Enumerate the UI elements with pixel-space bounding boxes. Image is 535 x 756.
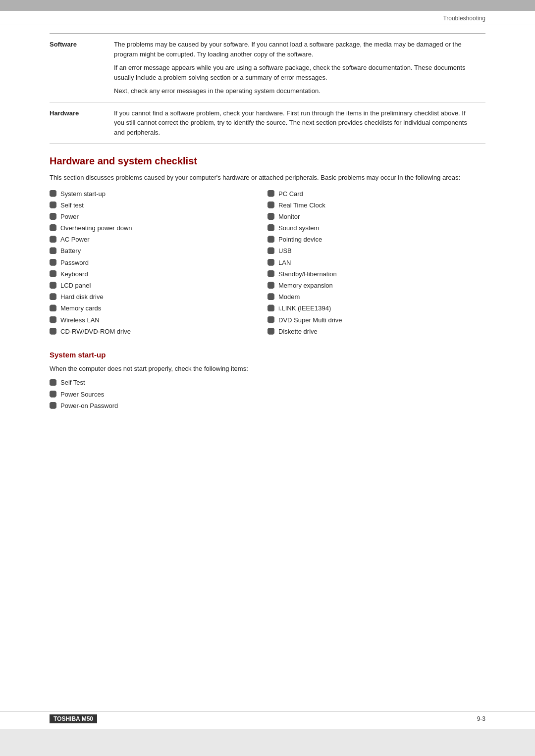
list-item: PC Card [268,190,485,199]
checklist-item-label: USB [278,247,292,255]
list-item: Self Test [50,378,485,387]
checklist-container: System start-up Self test Power Overheat… [50,190,485,339]
list-item: Password [50,258,268,267]
list-item: Battery [50,247,268,255]
software-row: Software The problems may be caused by y… [50,34,485,102]
bullet-icon [268,236,274,243]
list-item: LAN [268,258,485,267]
bullet-icon [268,259,274,266]
checklist-item-label: Pointing device [278,235,322,244]
bullet-icon [50,270,56,277]
bullet-icon [50,259,56,266]
page-container: Troubleshooting Software The problems ma… [0,0,535,756]
system-startup-title: System start-up [50,351,485,359]
system-startup-intro: When the computer does not start properl… [50,364,485,374]
list-item: Diskette drive [268,327,485,336]
checklist-item-label: Hard disk drive [60,293,104,302]
footer-page: 9-3 [477,715,485,722]
list-item: System start-up [50,190,268,199]
list-item: Standby/Hibernation [268,270,485,279]
bullet-icon [268,328,274,335]
checklist-item-label: Battery [60,247,81,255]
checklist-item-label: PC Card [278,190,303,199]
checklist-item-label: Password [60,258,89,267]
bullet-icon [268,202,274,208]
bullet-icon [268,282,274,289]
bullet-icon [50,379,56,386]
bullet-icon [50,304,56,311]
list-item: Hard disk drive [50,293,268,302]
bullet-icon [50,190,56,197]
footer-brand: TOSHIBA M50 [50,714,97,723]
hardware-description: If you cannot find a software problem, c… [114,102,485,144]
list-item: Overheating power down [50,224,268,233]
startup-list: Self Test Power Sources Power-on Passwor… [50,378,485,410]
hardware-row: Hardware If you cannot find a software p… [50,102,485,144]
checklist-item-label: LAN [278,258,291,267]
software-description: The problems may be caused by your softw… [114,34,485,102]
main-content: Software The problems may be caused by y… [0,33,535,410]
hardware-checklist-intro: This section discusses problems caused b… [50,173,485,183]
list-item: Memory cards [50,304,268,313]
bullet-icon [268,293,274,300]
checklist-item-label: Modem [278,293,300,302]
bullet-icon [268,190,274,197]
bullet-icon [268,213,274,220]
list-item: Monitor [268,212,485,221]
bullet-icon [50,402,56,409]
checklist-item-label: Monitor [278,212,300,221]
list-item: Pointing device [268,235,485,244]
list-item: DVD Super Multi drive [268,316,485,325]
hardware-label: Hardware [50,102,114,144]
bullet-icon [268,247,274,254]
checklist-item-label: Sound system [278,224,319,233]
list-item: Power Sources [50,390,485,399]
list-item: i.LINK (IEEE1394) [268,304,485,313]
software-para-1: The problems may be caused by your softw… [114,40,478,59]
checklist-item-label: Real Time Clock [278,201,325,210]
bullet-icon [50,213,56,220]
checklist-item-label: Standby/Hibernation [278,270,337,279]
list-item: Power-on Password [50,402,485,410]
checklist-item-label: Wireless LAN [60,316,100,325]
checklist-item-label: Power [60,212,79,221]
software-label: Software [50,34,114,102]
checklist-item-label: System start-up [60,190,106,199]
list-item: USB [268,247,485,255]
top-header-bar [0,0,535,11]
software-para-3: Next, check any error messages in the op… [114,86,478,96]
bullet-icon [268,224,274,231]
bullet-icon [50,293,56,300]
list-item: Wireless LAN [50,316,268,325]
checklist-item-label: Memory cards [60,304,101,313]
checklist-item-label: Self test [60,201,84,210]
bullet-icon [50,282,56,289]
software-para-2: If an error message appears while you ar… [114,63,478,82]
list-item: Real Time Clock [268,201,485,210]
page-footer: TOSHIBA M50 9-3 [0,711,535,726]
list-item: LCD panel [50,281,268,290]
bottom-bar [0,729,535,756]
checklist-item-label: AC Power [60,235,90,244]
bullet-icon [50,224,56,231]
startup-item-label: Power Sources [60,390,104,399]
checklist-col-2: PC Card Real Time Clock Monitor Sound sy… [268,190,485,339]
checklist-item-label: CD-RW/DVD-ROM drive [60,327,131,336]
bullet-icon [50,202,56,208]
list-item: CD-RW/DVD-ROM drive [50,327,268,336]
hardware-checklist-title: Hardware and system checklist [50,155,485,167]
list-item: Self test [50,201,268,210]
info-table: Software The problems may be caused by y… [50,33,485,144]
checklist-item-label: Memory expansion [278,281,333,290]
bullet-icon [50,316,56,323]
checklist-item-label: Diskette drive [278,327,318,336]
list-item: Modem [268,293,485,302]
list-item: Power [50,212,268,221]
list-item: AC Power [50,235,268,244]
bullet-icon [268,304,274,311]
bullet-icon [50,391,56,398]
checklist-item-label: DVD Super Multi drive [278,316,342,325]
checklist-item-label: i.LINK (IEEE1394) [278,304,331,313]
bullet-icon [268,316,274,323]
hardware-para: If you cannot find a software problem, c… [114,108,478,138]
